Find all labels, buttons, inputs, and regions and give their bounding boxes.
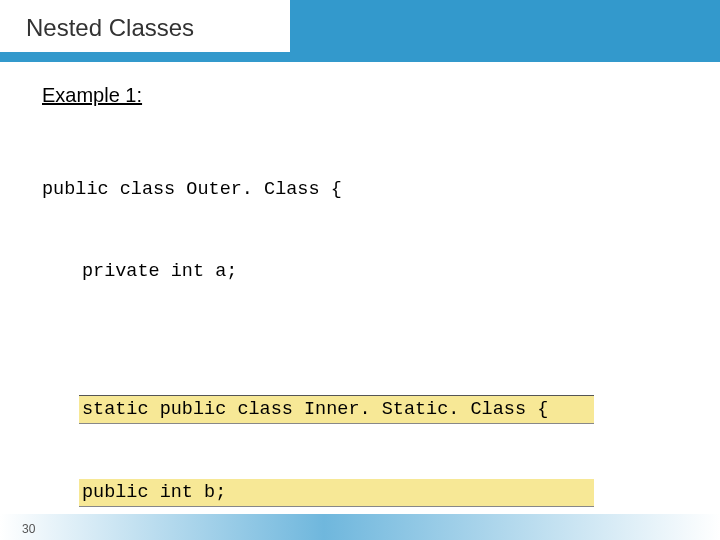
header-band: Nested Classes [0, 0, 720, 62]
code-block: public class Outer. Class { private int … [42, 121, 684, 540]
footer-gradient [0, 514, 720, 540]
page-number: 30 [22, 522, 35, 536]
title-box: Nested Classes [0, 0, 290, 52]
slide-content: Example 1: public class Outer. Class { p… [0, 62, 720, 540]
slide-title: Nested Classes [26, 14, 280, 42]
code-line-highlight: static public class Inner. Static. Class… [79, 395, 594, 424]
code-line-highlight: public int b; [79, 479, 594, 507]
code-line: public class Outer. Class { [42, 176, 684, 203]
code-line: private int a; [42, 258, 684, 285]
example-heading: Example 1: [42, 84, 684, 107]
